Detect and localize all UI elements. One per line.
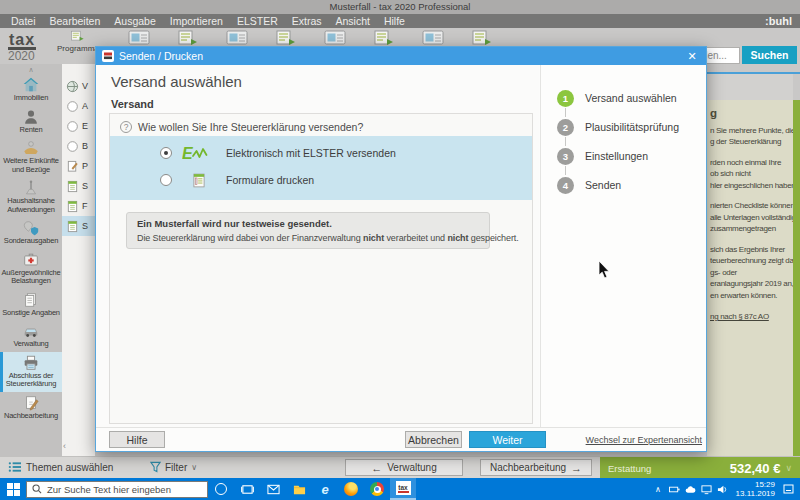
filter-control[interactable]: Filter ∨ (150, 461, 197, 473)
globe-icon (66, 80, 79, 93)
list-item[interactable]: F (62, 196, 95, 216)
search-button[interactable]: Suchen (742, 46, 797, 64)
sidebar-item-abschluss-der-steuererklärung[interactable]: Abschluss der Steuererklärung (0, 352, 62, 392)
windows-taskbar: Zur Suche Text hier eingeben e tax ∧ (0, 478, 800, 500)
sidebar-item-außergewöhnliche-belastungen[interactable]: Außergewöhnliche Belastungen (0, 249, 62, 289)
action-center-icon[interactable] (781, 478, 796, 500)
sidebar-item-renten[interactable]: Renten (0, 106, 62, 138)
question-text: Wie wollen Sie Ihre Steuererklärung vers… (138, 121, 363, 133)
expert-view-link[interactable]: Wechsel zur Expertenansicht (586, 435, 702, 445)
mouse-cursor (598, 261, 610, 279)
sidebar-item-label: Haushaltsnahe Aufwendungen (1, 197, 61, 214)
versand-groupbox: ? Wie wollen Sie Ihre Steuererklärung ve… (109, 113, 533, 424)
sidebar-item-weitere-einkünfte-und-bezüge[interactable]: Weitere Einkünfte und Bezüge (0, 137, 62, 177)
select-topics-control[interactable]: Themen auswählen (8, 461, 113, 473)
page-title: Versand auswählen (111, 73, 242, 90)
file-explorer-button[interactable] (286, 478, 312, 500)
sidebar-item-haushaltsnahe-aufwendungen[interactable]: Haushaltsnahe Aufwendungen (0, 177, 62, 217)
step-4: 4Senden (557, 176, 706, 194)
list-item[interactable]: S (62, 216, 95, 236)
forward-nachbearbeitung-button[interactable]: Nachbearbeitung → (480, 459, 592, 476)
scroll-left-icon[interactable]: ‹ (63, 441, 66, 451)
option-label: Elektronisch mit ELSTER versenden (226, 147, 396, 159)
list-item-text: S (82, 181, 88, 191)
step-label: Plausibilitätsprüfung (585, 121, 679, 133)
chevron-down-icon: ∨ (191, 463, 197, 472)
close-icon[interactable]: ✕ (684, 50, 700, 63)
app-status-bar: Themen auswählen Filter ∨ ← Verwaltung N… (0, 456, 800, 478)
sidebar-item-label: Weitere Einkünfte und Bezüge (1, 157, 61, 174)
taskbar-search-input[interactable]: Zur Suche Text hier eingeben (26, 481, 208, 498)
option-formulare-drucken[interactable]: Formulare drucken (160, 169, 314, 191)
sidebar-scroll-up-icon[interactable]: ∧ (28, 65, 33, 74)
start-button[interactable] (0, 478, 26, 500)
chrome-button[interactable] (364, 478, 390, 500)
toolbar-icon-6[interactable] (373, 30, 395, 46)
menu-item-ansicht[interactable]: Ansicht (329, 14, 377, 28)
toolbar-icon-8[interactable] (471, 30, 493, 46)
sidebar-item-nachbearbeitung[interactable]: Nachbearbeitung (0, 392, 62, 424)
elster-icon: E (182, 145, 216, 162)
note-text: Die Steuererklärung wird dabei von der F… (137, 233, 363, 243)
cortana-button[interactable] (208, 478, 234, 500)
network-icon[interactable] (699, 478, 714, 500)
note-text: verarbeitet und (384, 233, 447, 243)
firstaid-icon (21, 251, 41, 269)
onedrive-cloud-icon[interactable] (683, 478, 698, 500)
toolbar-icon-7[interactable] (422, 30, 444, 46)
radio-icon[interactable] (160, 174, 172, 186)
program-structure-icon[interactable] (70, 29, 85, 43)
refund-label: Erstattung (608, 463, 651, 474)
mail-app-button[interactable] (260, 478, 286, 500)
edge-button[interactable]: e (312, 478, 338, 500)
firefox-button[interactable] (338, 478, 364, 500)
toolbar-icon-4[interactable] (275, 30, 297, 46)
list-item[interactable]: V (62, 76, 95, 96)
tray-chevron-up-icon[interactable]: ∧ (651, 478, 666, 500)
menu-item-elster[interactable]: ELSTER (230, 14, 285, 28)
sidebar-item-sonstige-angaben[interactable]: Sonstige Angaben (0, 289, 62, 321)
list-item[interactable]: P (62, 156, 95, 176)
radio-selected-icon[interactable] (160, 147, 172, 159)
task-view-button[interactable] (234, 478, 260, 500)
hint-link[interactable]: ng nach § 87c AO (710, 311, 793, 323)
option-elektronisch-mit-elster-versende[interactable]: EElektronisch mit ELSTER versenden (160, 142, 396, 164)
sidebar-item-label: Nachbearbeitung (1, 412, 61, 421)
help-button[interactable]: Hilfe (109, 431, 165, 448)
sidebar-item-sonderausgaben[interactable]: Sonderausgaben (0, 217, 62, 249)
back-verwaltung-button[interactable]: ← Verwaltung (345, 459, 463, 476)
toolbar-icon-1[interactable] (128, 30, 150, 46)
menu-item-hilfe[interactable]: Hilfe (377, 14, 412, 28)
menu-item-extras[interactable]: Extras (285, 14, 329, 28)
toolbar-icon-5[interactable] (324, 30, 346, 46)
list-item[interactable]: B (62, 136, 95, 156)
menu-item-importieren[interactable]: Importieren (163, 14, 230, 28)
menu-item-ausgabe[interactable]: Ausgabe (107, 14, 162, 28)
menu-item-datei[interactable]: Datei (4, 14, 43, 28)
hint-text: g (710, 108, 793, 120)
list-item[interactable]: E (62, 116, 95, 136)
list-item-text: E (82, 121, 88, 131)
next-button[interactable]: Weiter (469, 431, 546, 448)
sidebar-item-label: Sonderausgaben (1, 237, 61, 246)
speaker-icon[interactable] (715, 478, 730, 500)
list-item[interactable]: S (62, 176, 95, 196)
app-logo-text: tax (8, 33, 36, 50)
sidebar-item-immobilien[interactable]: Immobilien (0, 74, 62, 106)
option-selection-area: EElektronisch mit ELSTER versendenFormul… (110, 136, 532, 200)
wizard-steps: 1Versand auswählen2Plausibilitätsprüfung… (557, 89, 706, 194)
menu-item-bearbeiten[interactable]: Bearbeiten (43, 14, 108, 28)
sidebar-item-verwaltung[interactable]: Verwaltung (0, 320, 62, 352)
step-label: Einstellungen (585, 150, 648, 162)
menu-items: DateiBearbeitenAusgabeImportierenELSTERE… (4, 14, 412, 28)
tax-app-button[interactable]: tax (390, 478, 416, 500)
toolbar-icon-3[interactable] (226, 30, 248, 46)
cancel-button[interactable]: Abbrechen (405, 431, 462, 448)
list-item-text: F (82, 201, 88, 211)
hint-panel: gn Sie mehrere Punkte, dieg der Steuerer… (707, 100, 793, 458)
battery-icon[interactable] (667, 478, 682, 500)
refund-bar[interactable]: Erstattung 532,40 € ∨ (600, 457, 800, 479)
taskbar-clock[interactable]: 15:29 13.11.2019 (736, 480, 775, 498)
toolbar-icon-2[interactable] (177, 30, 199, 46)
list-item[interactable]: A (62, 96, 95, 116)
